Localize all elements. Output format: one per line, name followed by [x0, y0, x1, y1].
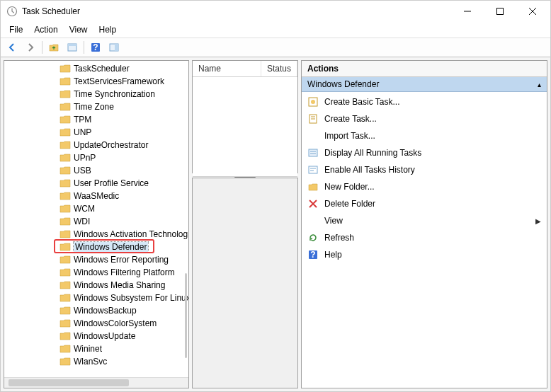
up-button[interactable]	[45, 40, 62, 55]
actions-context-header[interactable]: Windows Defender ▴	[302, 77, 547, 92]
app-icon	[6, 6, 18, 17]
blank-icon	[307, 130, 319, 142]
column-status[interactable]: Status	[261, 61, 297, 76]
tree-item[interactable]: UPnP	[4, 151, 188, 164]
tree-item[interactable]: Wininet	[4, 342, 188, 355]
tree-item[interactable]: User Profile Service	[4, 177, 188, 190]
tree-item-label: WDI	[74, 217, 90, 226]
main-area: TaskSchedulerTextServicesFrameworkTime S…	[1, 57, 550, 391]
action-label: View	[324, 216, 343, 226]
action-help[interactable]: ? Help	[302, 246, 547, 263]
svg-rect-7	[115, 44, 118, 51]
action-label: Create Basic Task...	[324, 97, 400, 107]
toolbar-separator	[42, 41, 42, 54]
action-label: Refresh	[324, 233, 354, 243]
tree-item[interactable]: WindowsUpdate	[4, 330, 188, 342]
blank-icon	[307, 215, 319, 226]
tree-item-label: WindowsColorSystem	[74, 318, 157, 328]
tree-horizontal-scrollbar[interactable]	[4, 377, 188, 388]
menu-help[interactable]: Help	[93, 23, 123, 36]
tree-item[interactable]: Time Zone	[4, 100, 188, 113]
tree-item[interactable]: Windows Filtering Platform	[4, 266, 188, 279]
svg-rect-12	[309, 166, 317, 173]
tree-pane: TaskSchedulerTextServicesFrameworkTime S…	[4, 60, 189, 388]
tree-item-label: User Profile Service	[74, 178, 149, 188]
minimize-button[interactable]	[451, 1, 484, 22]
menu-file[interactable]: File	[4, 23, 28, 36]
tree-item-label: WlanSvc	[74, 357, 107, 367]
menu-view[interactable]: View	[64, 23, 93, 36]
action-create-basic-task[interactable]: Create Basic Task...	[302, 93, 547, 110]
tree-item-label: Time Synchronization	[74, 89, 155, 99]
action-view[interactable]: View ▶	[302, 212, 547, 229]
properties-button[interactable]	[64, 40, 81, 55]
close-button[interactable]	[516, 1, 549, 22]
back-button[interactable]	[4, 40, 21, 55]
toolbar-separator	[84, 41, 84, 54]
refresh-icon	[307, 232, 319, 243]
tree-item-label: TPM	[74, 115, 91, 125]
tree-item-label: Windows Activation Technologies	[74, 229, 188, 239]
action-display-running[interactable]: Display All Running Tasks	[302, 144, 547, 161]
action-import-task[interactable]: Import Task...	[302, 127, 547, 144]
column-name[interactable]: Name	[193, 61, 261, 76]
action-label: Create Task...	[324, 114, 377, 124]
toolbar: ?	[1, 38, 550, 57]
middle-column: Name Status	[192, 60, 298, 388]
action-create-task[interactable]: Create Task...	[302, 110, 547, 127]
tree-item[interactable]: WCM	[4, 202, 188, 215]
tree-item[interactable]: WindowsColorSystem	[4, 317, 188, 330]
tree-item-label: Wininet	[74, 344, 102, 354]
tree-item-label: UpdateOrchestrator	[74, 140, 148, 150]
tree-item[interactable]: Windows Error Reporting	[4, 253, 188, 266]
help-button[interactable]: ?	[87, 40, 104, 55]
tree-item[interactable]: TPM	[4, 113, 188, 126]
pane-toggle-button[interactable]	[106, 40, 123, 55]
tree-item-label: Windows Media Sharing	[74, 280, 165, 290]
tree-item[interactable]: UNP	[4, 126, 188, 139]
delete-icon	[307, 198, 319, 209]
svg-rect-1	[497, 8, 504, 15]
tree-item-label: WindowsBackup	[74, 306, 137, 316]
action-delete-folder[interactable]: Delete Folder	[302, 195, 547, 212]
tree-item[interactable]: UpdateOrchestrator	[4, 139, 188, 151]
tree-item-label: WaaSMedic	[74, 191, 119, 201]
task-list-pane: Name Status	[192, 60, 298, 173]
action-new-folder[interactable]: New Folder...	[302, 178, 547, 195]
tree-item[interactable]: Windows Subsystem For Linux	[4, 292, 188, 304]
maximize-button[interactable]	[484, 1, 516, 22]
tree-item[interactable]: WDI	[4, 215, 188, 228]
action-enable-history[interactable]: Enable All Tasks History	[302, 161, 547, 178]
tree-item-label: Windows Filtering Platform	[74, 267, 175, 277]
tree-item-label: WindowsUpdate	[74, 331, 135, 341]
tree-item[interactable]: USB	[4, 164, 188, 177]
action-label: Import Task...	[324, 131, 375, 141]
action-refresh[interactable]: Refresh	[302, 229, 547, 246]
task-detail-pane	[192, 178, 298, 388]
window-title: Task Scheduler	[22, 6, 451, 16]
tree-item[interactable]: Time Synchronization	[4, 88, 188, 100]
tree-item[interactable]: Windows Defender	[4, 241, 188, 253]
tree-item[interactable]: WindowsBackup	[4, 304, 188, 317]
task-list-header: Name Status	[193, 61, 297, 77]
tree-item[interactable]: WaaSMedic	[4, 190, 188, 202]
tree-item[interactable]: TaskScheduler	[4, 62, 188, 75]
task-list-body[interactable]	[193, 77, 297, 176]
tree-item[interactable]: TextServicesFramework	[4, 75, 188, 88]
tree-item-label: TextServicesFramework	[74, 76, 164, 86]
actions-context-label: Windows Defender	[307, 79, 379, 89]
tree-item[interactable]: WlanSvc	[4, 355, 188, 368]
menu-action[interactable]: Action	[28, 23, 63, 36]
action-label: Help	[324, 250, 342, 260]
tree-list[interactable]: TaskSchedulerTextServicesFrameworkTime S…	[4, 61, 188, 377]
tree-item[interactable]: Windows Media Sharing	[4, 279, 188, 292]
tree-item-label: Time Zone	[74, 102, 114, 112]
tree-item[interactable]: Windows Activation Technologies	[4, 228, 188, 241]
tree-vertical-scrollbar[interactable]	[185, 273, 187, 358]
tree-item-label: Windows Subsystem For Linux	[74, 293, 188, 303]
collapse-icon: ▴	[538, 81, 541, 88]
tree-item-label: UNP	[74, 127, 91, 137]
menubar: File Action View Help	[1, 22, 550, 38]
tree-item-label: TaskScheduler	[74, 64, 130, 74]
forward-button[interactable]	[22, 40, 39, 55]
